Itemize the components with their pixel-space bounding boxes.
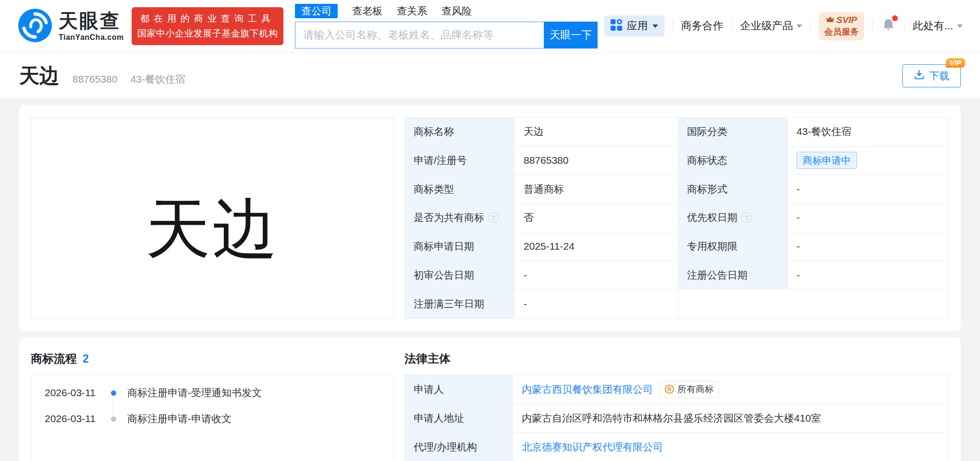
chevron-down-icon: [652, 24, 658, 28]
detail-label: 商标类型: [405, 175, 515, 204]
detail-value: 天边: [515, 118, 678, 146]
apps-menu[interactable]: 应用: [604, 15, 664, 36]
timeline-dot-icon: [111, 390, 116, 396]
legal-value: 内蒙古西贝餐饮集团有限公司 R 所有商标: [513, 375, 949, 404]
agency-company-link[interactable]: 北京德赛知识产权代理有限公司: [522, 440, 663, 454]
trademark-detail-table: 商标名称 天边 国际分类 43-餐饮住宿 申请/注册号 88765380 商标状…: [404, 117, 949, 319]
logo-swirl-icon: [17, 8, 53, 45]
detail-label: 注册公告日期: [678, 261, 788, 290]
chevron-down-icon: [957, 24, 963, 28]
process-legal-card: 商标流程 2 2026-03-11 商标注册申请-受理通知书发文 2026-03…: [19, 337, 961, 461]
help-icon[interactable]: ?: [488, 212, 499, 223]
search-button[interactable]: 天眼一下: [544, 22, 598, 49]
timeline-date: 2026-03-11: [45, 387, 101, 399]
detail-label: 专用权期限: [678, 232, 788, 261]
detail-label: 是否为共有商标 ?: [405, 204, 515, 232]
bell-icon: [882, 25, 895, 33]
detail-label: 优先权日期 ?: [678, 204, 788, 232]
legal-label: 申请人地址: [405, 404, 513, 433]
divider: [872, 20, 873, 32]
top-header: 天眼查 TianYanCha.com 都在用的商业查询工具 国家中小企业发展子基…: [0, 0, 980, 53]
registered-trademark-icon: R: [665, 385, 674, 394]
detail-label: 注册满三年日期: [405, 290, 515, 318]
detail-label: 国际分类: [678, 118, 788, 146]
promo-line1: 都在用的商业查询工具: [137, 12, 278, 26]
detail-value: -: [788, 261, 949, 290]
enterprise-label: 企业级产品: [740, 19, 793, 33]
svip-member-service[interactable]: SVIP 会员服务: [819, 12, 864, 40]
notifications-bell[interactable]: [881, 17, 896, 35]
process-timeline-box: 2026-03-11 商标注册申请-受理通知书发文 2026-03-11 商标注…: [31, 375, 394, 461]
user-account-menu[interactable]: 此处有...: [913, 19, 963, 33]
divider: [810, 20, 811, 32]
detail-value: -: [515, 261, 678, 290]
trademark-image: 天边: [31, 117, 394, 319]
tab-company[interactable]: 查公司: [295, 4, 338, 18]
search-tabs: 查公司 查老板 查关系 查风险: [295, 4, 598, 18]
svip-label: SVIP: [836, 14, 857, 26]
legal-value: 内蒙古自治区呼和浩特市和林格尔县盛乐经济园区管委会大楼410室: [513, 404, 949, 433]
detail-value: 否: [515, 204, 678, 232]
trademark-status-badge: 商标申请中: [796, 152, 857, 169]
divider: [904, 20, 905, 32]
search-input[interactable]: [295, 22, 544, 49]
detail-value: -: [515, 290, 678, 318]
search-block: 查公司 查老板 查关系 查风险 天眼一下: [295, 4, 598, 49]
applicant-company-link[interactable]: 内蒙古西贝餐饮集团有限公司: [522, 383, 653, 396]
chevron-down-icon: [796, 24, 802, 28]
registration-number: 88765380: [73, 73, 117, 85]
notification-dot: [892, 15, 898, 21]
detail-value: 88765380: [515, 146, 678, 175]
detail-value: 43-餐饮住宿: [788, 118, 949, 146]
download-icon: [914, 69, 925, 83]
tab-boss[interactable]: 查老板: [352, 4, 382, 18]
detail-label: 申请/注册号: [405, 146, 515, 175]
process-count: 2: [83, 352, 89, 366]
header-nav: 应用 商务合作 企业级产品 SVIP 会员服务: [604, 12, 963, 40]
apps-label: 应用: [627, 19, 648, 33]
download-label: 下载: [929, 69, 949, 83]
member-service-label: 会员服务: [824, 26, 859, 37]
timeline-label: 商标注册申请-受理通知书发文: [127, 386, 262, 400]
legal-entity-table: 申请人 内蒙古西贝餐饮集团有限公司 R 所有商标 申请人地址 内蒙古自治区呼和浩…: [404, 375, 949, 461]
timeline-label: 商标注册申请-申请收文: [127, 412, 232, 425]
legal-section-title: 法律主体: [404, 352, 451, 366]
trademark-detail-card: 天边 商标名称 天边 国际分类 43-餐饮住宿 申请/注册号 88765380 …: [19, 105, 961, 331]
timeline-item: 2026-03-11 商标注册申请-申请收文: [31, 406, 393, 432]
download-button[interactable]: 下载: [902, 64, 961, 87]
legal-value: 北京德赛知识产权代理有限公司: [513, 433, 949, 461]
tab-risk[interactable]: 查风险: [441, 4, 472, 18]
trademark-process-section: 商标流程 2 2026-03-11 商标注册申请-受理通知书发文 2026-03…: [31, 352, 394, 461]
tab-relation[interactable]: 查关系: [397, 4, 427, 18]
detail-label: 商标形式: [678, 175, 788, 204]
legal-label: 代理/办理机构: [405, 433, 513, 461]
detail-label: 初审公告日期: [405, 261, 515, 290]
detail-value: -: [788, 232, 949, 261]
nav-business-cooperation[interactable]: 商务合作: [681, 19, 723, 33]
detail-value: 2025-11-24: [515, 232, 678, 261]
vip-tag: VIP: [946, 58, 965, 68]
legal-entity-section: 法律主体 申请人 内蒙古西贝餐饮集团有限公司 R 所有商标 申请人地址 内蒙古自…: [404, 352, 949, 461]
detail-value: 普通商标: [515, 175, 678, 204]
timeline-item: 2026-03-11 商标注册申请-受理通知书发文: [31, 380, 393, 406]
trademark-title-bar: 天边 88765380 43-餐饮住宿 下载 VIP: [0, 53, 980, 98]
tianyancha-logo[interactable]: 天眼查 TianYanCha.com: [17, 8, 124, 45]
username: 此处有...: [913, 19, 953, 33]
nav-enterprise-products[interactable]: 企业级产品: [740, 19, 802, 33]
empty-cell: [678, 290, 949, 318]
detail-label: 商标状态: [678, 146, 788, 175]
detail-label: 商标申请日期: [405, 232, 515, 261]
brand-name: 天眼查: [59, 11, 124, 30]
grid-apps-icon: [610, 19, 623, 33]
help-icon[interactable]: ?: [741, 212, 752, 223]
intl-class: 43-餐饮住宿: [130, 73, 185, 86]
divider: [732, 20, 732, 32]
page-title: 天边: [19, 62, 60, 89]
main-content: 天边 商标名称 天边 国际分类 43-餐饮住宿 申请/注册号 88765380 …: [0, 98, 980, 461]
timeline-date: 2026-03-11: [45, 413, 101, 425]
detail-value: 商标申请中: [788, 146, 949, 175]
all-trademarks-badge[interactable]: R 所有商标: [660, 381, 719, 398]
process-section-title: 商标流程: [31, 352, 77, 366]
timeline-dot-icon: [111, 416, 116, 422]
trademark-image-text: 天边: [146, 186, 279, 273]
